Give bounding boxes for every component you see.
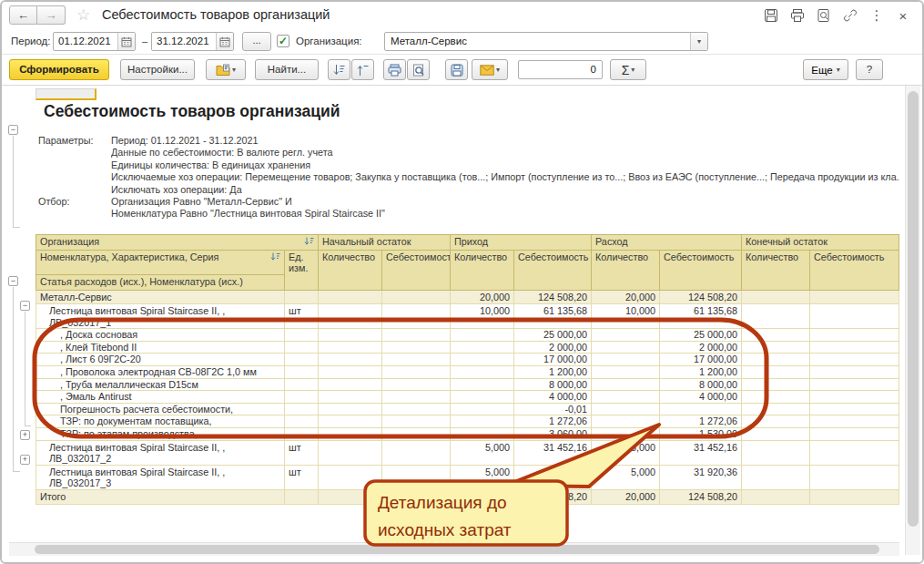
more-actions-button[interactable]: Еще ▾ [803, 59, 848, 80]
row-value-cell[interactable]: 17 000,00 [660, 354, 742, 366]
row-value-cell[interactable]: 5,000 [451, 440, 514, 465]
link-button[interactable] [842, 7, 858, 24]
row-value-cell[interactable]: 61 135,68 [514, 304, 592, 329]
row-value-cell[interactable]: 61 135,68 [660, 304, 742, 329]
row-value-cell[interactable]: 2 000,00 [514, 341, 592, 354]
forward-button[interactable]: → [37, 5, 66, 25]
row-value-cell[interactable]: 5,000 [592, 440, 660, 465]
organization-combobox[interactable]: Металл-Сервис ▾ [384, 32, 708, 51]
header-qty[interactable]: Количество [319, 250, 382, 290]
row-name-cell[interactable]: Металл-Сервис [36, 290, 285, 304]
header-expense-item[interactable]: Статья расходов (исх.), Номенклатура (ис… [36, 274, 285, 290]
row-name-cell[interactable]: , Клей Titebond II [36, 341, 285, 354]
header-qty[interactable]: Количество [592, 250, 660, 290]
row-value-cell[interactable]: 1 272,06 [514, 415, 592, 428]
row-name-cell[interactable]: Итого [36, 490, 285, 505]
header-cost[interactable]: Себестоимость [514, 250, 592, 290]
row-value-cell[interactable]: 31 920,36 [514, 465, 592, 489]
group-collapse-toggle[interactable]: − [8, 125, 18, 135]
row-name-cell[interactable]: , Проволока электродная СВ-08Г2С 1,0 мм [36, 366, 285, 379]
header-organization[interactable]: Организация [36, 235, 319, 251]
row-value-cell[interactable]: 20,000 [592, 490, 660, 505]
report-variants-button[interactable]: ▾ [206, 59, 246, 80]
sort-asc-icon[interactable] [270, 252, 280, 264]
row-name-cell[interactable]: Погрешность расчета себестоимости, [36, 403, 285, 415]
print-preview-button[interactable] [407, 59, 430, 80]
more-menu-button[interactable]: ⋮ [868, 7, 885, 24]
header-qty[interactable]: Количество [451, 250, 514, 290]
favorite-star-icon[interactable]: ☆ [76, 5, 90, 25]
row-value-cell[interactable]: -0,01 [514, 403, 592, 415]
horizontal-scrollbar[interactable] [9, 542, 899, 556]
row-name-cell[interactable]: Лестница винтовая Spiral Staircase II, ,… [36, 440, 285, 465]
row-value-cell[interactable]: 20,000 [592, 290, 660, 304]
find-button[interactable]: Найти... [255, 59, 319, 80]
selected-cell-marker[interactable] [36, 88, 96, 100]
row-value-cell[interactable]: 4 000,00 [660, 391, 742, 404]
expand-groups-button[interactable] [351, 59, 374, 80]
row-value-cell[interactable]: 25 000,00 [660, 329, 742, 342]
row-value-cell[interactable]: 124 508,20 [660, 490, 742, 505]
row-value-cell[interactable]: 31 452,16 [514, 440, 592, 465]
send-email-button[interactable]: ▾ [472, 59, 508, 80]
settings-button[interactable]: Настройки... [120, 59, 195, 80]
row-value-cell[interactable]: 5,000 [592, 465, 660, 489]
row-value-cell[interactable]: 25 000,00 [514, 329, 592, 342]
save-button[interactable] [763, 7, 779, 24]
organization-checkbox[interactable]: ✓ [277, 35, 289, 47]
header-cost[interactable]: Себестоимость [810, 250, 899, 290]
group-collapse-toggle[interactable]: − [8, 276, 18, 286]
row-value-cell[interactable]: 10,000 [592, 304, 660, 329]
group-collapse-toggle[interactable]: − [20, 301, 30, 311]
date-to-field[interactable]: 31.12.2021 [151, 32, 234, 51]
header-cost[interactable]: Себестоимость [382, 250, 451, 290]
period-more-button[interactable]: ... [242, 32, 271, 51]
save-result-button[interactable] [445, 59, 468, 80]
row-value-cell[interactable]: 8 000,00 [660, 378, 742, 391]
row-value-cell[interactable]: 20,000 [451, 490, 514, 505]
header-begin-balance[interactable]: Начальный остаток [319, 235, 451, 251]
row-value-cell[interactable]: 4 000,00 [514, 391, 592, 404]
row-value-cell[interactable]: 124 508,20 [514, 290, 592, 304]
header-qty[interactable]: Количество [742, 250, 810, 290]
row-value-cell[interactable]: 20,000 [451, 290, 514, 304]
horizontal-scrollbar-thumb[interactable] [35, 545, 879, 554]
row-value-cell[interactable]: 10,000 [451, 304, 514, 329]
vertical-scrollbar-thumb[interactable] [908, 91, 919, 527]
close-button[interactable]: × [895, 7, 911, 24]
row-value-cell[interactable]: 1 200,00 [514, 366, 592, 379]
row-name-cell[interactable]: , Лист 6 09Г2С-20 [36, 354, 285, 366]
row-value-cell[interactable]: 2 000,00 [660, 341, 742, 354]
header-unit[interactable]: Ед. изм. [285, 250, 319, 290]
preview-button[interactable] [816, 7, 832, 24]
calendar-button[interactable] [216, 33, 233, 50]
header-income[interactable]: Приход [451, 235, 592, 251]
header-cost[interactable]: Себестоимость [660, 250, 742, 290]
row-name-cell[interactable]: ТЗР: по документам поставщика, [36, 415, 285, 428]
vertical-scrollbar[interactable] [905, 86, 920, 555]
row-value-cell[interactable]: 1 200,00 [660, 366, 742, 379]
row-name-cell[interactable]: , Эмаль Antirust [36, 391, 285, 404]
generate-button[interactable]: Сформировать [9, 59, 109, 80]
organization-value[interactable]: Металл-Сервис [385, 33, 690, 50]
print-toolbar-button[interactable] [383, 59, 406, 80]
sum-value-field[interactable]: 0 [518, 60, 603, 79]
chevron-down-icon[interactable]: ▾ [690, 33, 707, 50]
row-value-cell[interactable]: 124 508,20 [660, 290, 742, 304]
row-value-cell[interactable]: 8 000,00 [514, 378, 592, 391]
help-button[interactable]: ? [856, 59, 883, 80]
row-value-cell[interactable]: 3 060,00 [514, 428, 592, 441]
row-name-cell[interactable]: , Труба мелаллическая D15см [36, 378, 285, 391]
group-expand-toggle[interactable]: + [20, 430, 30, 440]
row-value-cell[interactable]: 1 530,00 [660, 428, 742, 441]
row-name-cell[interactable]: , Доска сосновая [36, 329, 285, 342]
back-button[interactable]: ← [9, 5, 37, 25]
sum-button[interactable]: Σ ▾ [610, 59, 646, 80]
row-value-cell[interactable]: 1 272,06 [660, 415, 742, 428]
row-value-cell[interactable]: 5,000 [451, 465, 514, 489]
date-from-field[interactable]: 01.12.2021 [53, 32, 136, 51]
row-value-cell[interactable]: 31 920,36 [660, 465, 742, 489]
row-name-cell[interactable]: ТЗР: по этапам производства, [36, 428, 285, 441]
row-name-cell[interactable]: Лестница винтовая Spiral Staircase II, ,… [36, 304, 285, 329]
calendar-button[interactable] [117, 33, 135, 50]
